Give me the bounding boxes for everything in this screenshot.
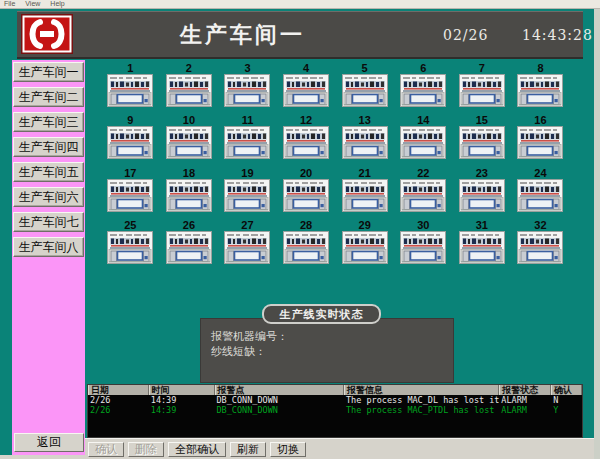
alarm-machine-number-label: 报警机器编号： bbox=[211, 329, 453, 344]
toolbar-button-1[interactable]: 确认 bbox=[88, 442, 124, 457]
sidebar-panel: 生产车间一生产车间二生产车间三生产车间四生产车间五生产车间六生产车间七生产车间八 bbox=[12, 60, 85, 457]
machine-32[interactable]: 32 bbox=[511, 219, 570, 271]
menu-item-help[interactable]: Help bbox=[50, 0, 64, 8]
sidebar-item-workshop-3[interactable]: 生产车间三 bbox=[13, 112, 84, 132]
machine-7[interactable]: 7 bbox=[453, 62, 512, 114]
knitting-machine-icon bbox=[107, 231, 153, 264]
knitting-machine-icon bbox=[400, 179, 446, 212]
back-button[interactable]: 返回 bbox=[14, 433, 84, 452]
machine-number: 4 bbox=[303, 62, 309, 74]
machine-6[interactable]: 6 bbox=[394, 62, 453, 114]
alarm-table-cell: 2/26 bbox=[88, 395, 149, 405]
machine-15[interactable]: 15 bbox=[453, 114, 512, 166]
machine-18[interactable]: 18 bbox=[160, 167, 219, 219]
machine-number: 2 bbox=[186, 62, 192, 74]
alarm-table-header-cell: 报警点 bbox=[215, 385, 344, 395]
knitting-machine-icon bbox=[224, 74, 270, 107]
machine-number: 22 bbox=[417, 167, 429, 179]
machine-29[interactable]: 29 bbox=[335, 219, 394, 271]
machine-20[interactable]: 20 bbox=[277, 167, 336, 219]
machine-1[interactable]: 1 bbox=[101, 62, 160, 114]
alarm-table: 日期时间报警点报警信息报警状态确认2/2614:39DB_CONN_DOWNTh… bbox=[87, 384, 583, 438]
machine-3[interactable]: 3 bbox=[218, 62, 277, 114]
knitting-machine-icon bbox=[400, 126, 446, 159]
menu-item-file[interactable]: File bbox=[4, 0, 15, 8]
machine-number: 24 bbox=[534, 167, 546, 179]
machine-number: 26 bbox=[183, 219, 195, 231]
window-right-edge bbox=[594, 9, 600, 459]
sidebar-item-workshop-5[interactable]: 生产车间五 bbox=[13, 162, 84, 182]
sidebar-item-workshop-1[interactable]: 生产车间一 bbox=[13, 62, 84, 82]
machine-5[interactable]: 5 bbox=[335, 62, 394, 114]
machine-number: 3 bbox=[244, 62, 250, 74]
machine-11[interactable]: 11 bbox=[218, 114, 277, 166]
machine-13[interactable]: 13 bbox=[335, 114, 394, 166]
knitting-machine-icon bbox=[459, 231, 505, 264]
line-status-button[interactable]: 生产线实时状态 bbox=[262, 304, 381, 324]
page-title: 生产车间一 bbox=[180, 20, 305, 50]
machine-24[interactable]: 24 bbox=[511, 167, 570, 219]
knitting-machine-icon bbox=[342, 179, 388, 212]
header-bar: 生产车间一 02/26 14:43:28 bbox=[17, 11, 583, 59]
toolbar-button-3[interactable]: 全部确认 bbox=[168, 442, 226, 457]
alarm-toolbar: 确认删除全部确认刷新切换 bbox=[85, 438, 600, 459]
machine-8[interactable]: 8 bbox=[511, 62, 570, 114]
knitting-machine-icon bbox=[224, 231, 270, 264]
alarm-status-panel: 报警机器编号： 纱线短缺： bbox=[200, 318, 454, 383]
knitting-machine-icon bbox=[517, 126, 563, 159]
machine-number: 9 bbox=[127, 114, 133, 126]
knitting-machine-icon bbox=[166, 126, 212, 159]
knitting-machine-icon bbox=[166, 179, 212, 212]
machine-number: 23 bbox=[476, 167, 488, 179]
machine-22[interactable]: 22 bbox=[394, 167, 453, 219]
toolbar-button-5[interactable]: 切换 bbox=[270, 442, 306, 457]
machine-21[interactable]: 21 bbox=[335, 167, 394, 219]
alarm-table-cell: The process MAC_PTDL has lost its.. bbox=[344, 405, 499, 415]
knitting-machine-icon bbox=[342, 231, 388, 264]
knitting-machine-icon bbox=[342, 74, 388, 107]
alarm-table-cell: Y bbox=[551, 405, 582, 415]
machine-17[interactable]: 17 bbox=[101, 167, 160, 219]
knitting-machine-icon bbox=[459, 179, 505, 212]
machine-number: 11 bbox=[242, 114, 254, 126]
machine-19[interactable]: 19 bbox=[218, 167, 277, 219]
machine-2[interactable]: 2 bbox=[160, 62, 219, 114]
machine-14[interactable]: 14 bbox=[394, 114, 453, 166]
alarm-table-row[interactable]: 2/2614:39DB_CONN_DOWNThe process MAC_PTD… bbox=[88, 405, 582, 415]
machine-12[interactable]: 12 bbox=[277, 114, 336, 166]
machine-9[interactable]: 9 bbox=[101, 114, 160, 166]
knitting-machine-icon bbox=[166, 74, 212, 107]
knitting-machine-icon bbox=[107, 179, 153, 212]
machine-4[interactable]: 4 bbox=[277, 62, 336, 114]
sidebar-item-workshop-8[interactable]: 生产车间八 bbox=[13, 237, 84, 257]
machine-16[interactable]: 16 bbox=[511, 114, 570, 166]
machine-number: 32 bbox=[534, 219, 546, 231]
sidebar-item-workshop-6[interactable]: 生产车间六 bbox=[13, 187, 84, 207]
sidebar-item-workshop-7[interactable]: 生产车间七 bbox=[13, 212, 84, 232]
alarm-table-cell: 14:39 bbox=[149, 405, 215, 415]
sidebar-item-workshop-2[interactable]: 生产车间二 bbox=[13, 87, 84, 107]
knitting-machine-icon bbox=[166, 231, 212, 264]
machine-25[interactable]: 25 bbox=[101, 219, 160, 271]
machine-30[interactable]: 30 bbox=[394, 219, 453, 271]
machine-23[interactable]: 23 bbox=[453, 167, 512, 219]
machine-number: 18 bbox=[183, 167, 195, 179]
machine-number: 15 bbox=[476, 114, 488, 126]
machine-26[interactable]: 26 bbox=[160, 219, 219, 271]
toolbar-button-2[interactable]: 删除 bbox=[128, 442, 164, 457]
sidebar-item-workshop-4[interactable]: 生产车间四 bbox=[13, 137, 84, 157]
knitting-machine-icon bbox=[517, 74, 563, 107]
machine-31[interactable]: 31 bbox=[453, 219, 512, 271]
alarm-table-header: 日期时间报警点报警信息报警状态确认 bbox=[88, 385, 582, 395]
alarm-table-cell: ALARM bbox=[499, 395, 551, 405]
machine-number: 13 bbox=[359, 114, 371, 126]
toolbar-button-4[interactable]: 刷新 bbox=[230, 442, 266, 457]
machine-number: 14 bbox=[417, 114, 429, 126]
alarm-table-row[interactable]: 2/2614:39DB_CONN_DOWNThe process MAC_DL … bbox=[88, 395, 582, 405]
machine-10[interactable]: 10 bbox=[160, 114, 219, 166]
machine-28[interactable]: 28 bbox=[277, 219, 336, 271]
menu-item-view[interactable]: View bbox=[25, 0, 40, 8]
alarm-table-cell: N bbox=[551, 395, 582, 405]
machine-27[interactable]: 27 bbox=[218, 219, 277, 271]
machine-number: 29 bbox=[359, 219, 371, 231]
